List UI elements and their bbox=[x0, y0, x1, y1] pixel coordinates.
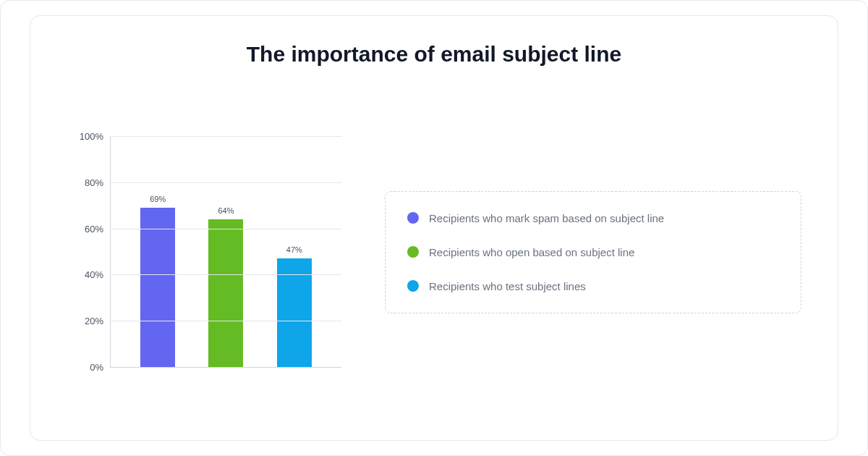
legend-item: Recipients who mark spam based on subjec… bbox=[407, 212, 779, 224]
bar: 69% bbox=[140, 208, 175, 367]
y-tick-label: 0% bbox=[90, 362, 111, 373]
legend-swatch-icon bbox=[407, 280, 419, 292]
bar-slot: 47% bbox=[260, 136, 328, 367]
gridline bbox=[111, 274, 341, 275]
bar-value-label: 69% bbox=[150, 195, 166, 203]
legend: Recipients who mark spam based on subjec… bbox=[385, 191, 801, 313]
legend-label: Recipients who test subject lines bbox=[429, 280, 586, 292]
legend-item: Recipients who test subject lines bbox=[407, 280, 779, 292]
chart-card: The importance of email subject line 69%… bbox=[30, 15, 838, 441]
y-tick-label: 100% bbox=[80, 131, 111, 142]
gridline bbox=[111, 136, 341, 137]
y-tick-label: 60% bbox=[85, 223, 111, 234]
plot-area: 69%64%47% 0%20%40%60%80%100% bbox=[110, 136, 341, 368]
bar-chart: 69%64%47% 0%20%40%60%80%100% bbox=[67, 136, 341, 368]
gridline bbox=[111, 321, 341, 321]
bar: 64% bbox=[208, 219, 243, 367]
outer-frame: The importance of email subject line 69%… bbox=[0, 0, 868, 456]
chart-wrap: 69%64%47% 0%20%40%60%80%100% bbox=[67, 136, 341, 368]
legend-swatch-icon bbox=[407, 212, 419, 224]
legend-swatch-icon bbox=[407, 246, 419, 258]
bar-slot: 69% bbox=[124, 136, 192, 367]
bars-container: 69%64%47% bbox=[111, 136, 341, 367]
bar-value-label: 47% bbox=[286, 245, 302, 254]
bar-slot: 64% bbox=[192, 136, 260, 367]
y-tick-label: 80% bbox=[85, 177, 111, 187]
chart-title: The importance of email subject line bbox=[67, 42, 801, 67]
gridline bbox=[111, 229, 341, 229]
y-tick-label: 40% bbox=[85, 269, 111, 280]
y-tick-label: 20% bbox=[85, 316, 111, 326]
legend-label: Recipients who mark spam based on subjec… bbox=[429, 212, 664, 224]
gridline bbox=[111, 182, 341, 183]
legend-label: Recipients who open based on subject lin… bbox=[429, 246, 634, 258]
legend-item: Recipients who open based on subject lin… bbox=[407, 246, 779, 258]
chart-content-row: 69%64%47% 0%20%40%60%80%100% Recipients … bbox=[67, 93, 801, 411]
bar-value-label: 64% bbox=[218, 206, 234, 215]
